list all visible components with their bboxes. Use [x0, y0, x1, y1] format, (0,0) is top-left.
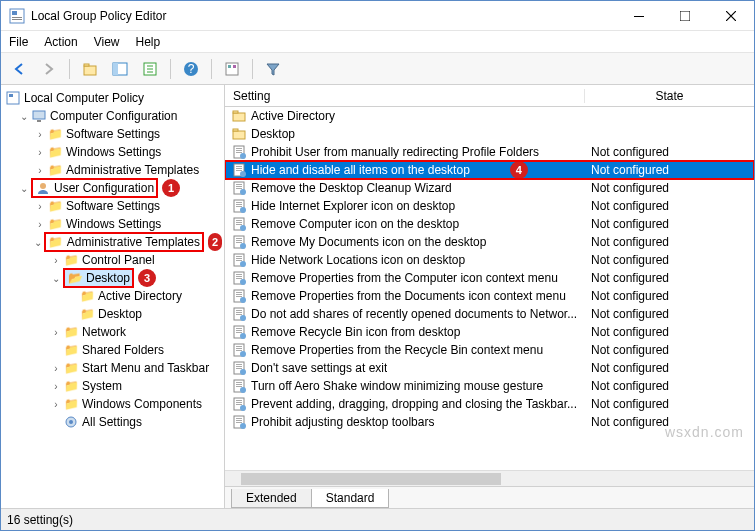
scrollbar-thumb[interactable]	[241, 473, 501, 485]
tree-computer-config[interactable]: ⌄ Computer Configuration	[3, 107, 222, 125]
tree-desktop-sub[interactable]: 📁Desktop	[3, 305, 222, 323]
menu-help[interactable]: Help	[136, 35, 161, 49]
help-button[interactable]: ?	[179, 57, 203, 81]
list-row[interactable]: Don't save settings at exitNot configure…	[225, 359, 754, 377]
folder-open-icon: 📂	[67, 270, 83, 286]
list-row[interactable]: Prohibit adjusting desktop toolbarsNot c…	[225, 413, 754, 431]
tree-uc-software[interactable]: ›📁Software Settings	[3, 197, 222, 215]
list-row[interactable]: Do not add shares of recently opened doc…	[225, 305, 754, 323]
menubar: File Action View Help	[1, 31, 754, 53]
expand-icon[interactable]: ›	[49, 399, 63, 410]
minimize-button[interactable]	[616, 1, 662, 30]
tab-extended[interactable]: Extended	[231, 489, 312, 508]
list-row[interactable]: Prohibit User from manually redirecting …	[225, 143, 754, 161]
tree-cc-admin[interactable]: ›📁Administrative Templates	[3, 161, 222, 179]
svg-rect-19	[37, 120, 41, 122]
list-row[interactable]: Remove Computer icon on the desktopNot c…	[225, 215, 754, 233]
show-hide-tree-button[interactable]	[108, 57, 132, 81]
svg-point-81	[240, 333, 246, 339]
expand-icon[interactable]: ›	[49, 327, 63, 338]
list-row[interactable]: Prevent adding, dragging, dropping and c…	[225, 395, 754, 413]
svg-point-71	[240, 297, 246, 303]
filter-button[interactable]	[261, 57, 285, 81]
svg-rect-14	[228, 65, 231, 68]
tree-system[interactable]: ›📁System	[3, 377, 222, 395]
expand-icon[interactable]: ›	[49, 255, 63, 266]
tree-uc-windows[interactable]: ›📁Windows Settings	[3, 215, 222, 233]
svg-point-20	[40, 183, 46, 189]
tree-cc-software[interactable]: ›📁Software Settings	[3, 125, 222, 143]
list-row[interactable]: Remove Properties from the Documents ico…	[225, 287, 754, 305]
expand-icon[interactable]: ›	[33, 129, 47, 140]
svg-rect-3	[12, 19, 22, 20]
settings-list[interactable]: Active DirectoryDesktopProhibit User fro…	[225, 107, 754, 470]
svg-rect-85	[236, 350, 242, 351]
console-tree[interactable]: Local Computer Policy ⌄ Computer Configu…	[1, 85, 225, 508]
svg-rect-68	[236, 292, 242, 293]
tab-standard[interactable]: Standard	[311, 489, 390, 508]
list-row[interactable]: Hide Network Locations icon on desktopNo…	[225, 251, 754, 269]
column-header[interactable]: Setting State	[225, 85, 754, 107]
svg-rect-29	[236, 150, 242, 151]
expand-icon[interactable]: ›	[33, 201, 47, 212]
up-button[interactable]	[78, 57, 102, 81]
maximize-button[interactable]	[662, 1, 708, 30]
setting-name: Remove the Desktop Cleanup Wizard	[251, 181, 452, 195]
tree-active-directory[interactable]: 📁Active Directory	[3, 287, 222, 305]
tree-control-panel[interactable]: ›📁Control Panel	[3, 251, 222, 269]
expand-icon[interactable]: ›	[33, 165, 47, 176]
svg-rect-95	[236, 386, 242, 387]
tree-shared-folders[interactable]: 📁Shared Folders	[3, 341, 222, 359]
horizontal-scrollbar[interactable]	[225, 470, 754, 486]
svg-point-66	[240, 279, 246, 285]
svg-rect-43	[236, 202, 242, 203]
list-row[interactable]: Remove the Desktop Cleanup WizardNot con…	[225, 179, 754, 197]
expand-icon[interactable]: ›	[49, 363, 63, 374]
tree-cc-windows[interactable]: ›📁Windows Settings	[3, 143, 222, 161]
tree-all-settings[interactable]: All Settings	[3, 413, 222, 431]
forward-button[interactable]	[37, 57, 61, 81]
svg-point-76	[240, 315, 246, 321]
tree-user-config[interactable]: ⌄ User Configuration 1	[3, 179, 222, 197]
folder-icon: 📁	[63, 324, 79, 340]
export-button[interactable]	[138, 57, 162, 81]
menu-view[interactable]: View	[94, 35, 120, 49]
collapse-icon[interactable]: ⌄	[33, 237, 44, 248]
menu-action[interactable]: Action	[44, 35, 77, 49]
policy-icon	[231, 180, 247, 196]
close-button[interactable]	[708, 1, 754, 30]
list-row[interactable]: Remove Recycle Bin icon from desktopNot …	[225, 323, 754, 341]
col-setting[interactable]: Setting	[225, 89, 585, 103]
collapse-icon[interactable]: ⌄	[17, 183, 31, 194]
svg-rect-49	[236, 222, 242, 223]
list-row[interactable]: Remove Properties from the Computer icon…	[225, 269, 754, 287]
expand-icon[interactable]: ›	[33, 147, 47, 158]
list-row[interactable]: Active Directory	[225, 107, 754, 125]
back-button[interactable]	[7, 57, 31, 81]
tree-start-menu[interactable]: ›📁Start Menu and Taskbar	[3, 359, 222, 377]
tree-desktop[interactable]: ⌄ 📂 Desktop 3	[3, 269, 222, 287]
list-row[interactable]: Remove Properties from the Recycle Bin c…	[225, 341, 754, 359]
collapse-icon[interactable]: ⌄	[17, 111, 31, 122]
tree-network[interactable]: ›📁Network	[3, 323, 222, 341]
status-bar: 16 setting(s)	[1, 508, 754, 530]
svg-rect-33	[236, 166, 242, 167]
collapse-icon[interactable]: ⌄	[49, 273, 63, 284]
folder-icon: 📁	[47, 126, 63, 142]
col-state[interactable]: State	[585, 89, 754, 103]
tree-windows-components[interactable]: ›📁Windows Components	[3, 395, 222, 413]
list-row[interactable]: Hide and disable all items on the deskto…	[225, 161, 754, 179]
svg-rect-53	[236, 238, 242, 239]
expand-icon[interactable]: ›	[49, 381, 63, 392]
policy-icon	[231, 342, 247, 358]
list-row[interactable]: Desktop	[225, 125, 754, 143]
expand-icon[interactable]: ›	[33, 219, 47, 230]
properties-button[interactable]	[220, 57, 244, 81]
list-row[interactable]: Turn off Aero Shake window minimizing mo…	[225, 377, 754, 395]
setting-name: Remove Properties from the Computer icon…	[251, 271, 558, 285]
menu-file[interactable]: File	[9, 35, 28, 49]
list-row[interactable]: Remove My Documents icon on the desktopN…	[225, 233, 754, 251]
list-row[interactable]: Hide Internet Explorer icon on desktopNo…	[225, 197, 754, 215]
tree-root[interactable]: Local Computer Policy	[3, 89, 222, 107]
tree-uc-admin[interactable]: ⌄ 📁 Administrative Templates 2	[3, 233, 222, 251]
